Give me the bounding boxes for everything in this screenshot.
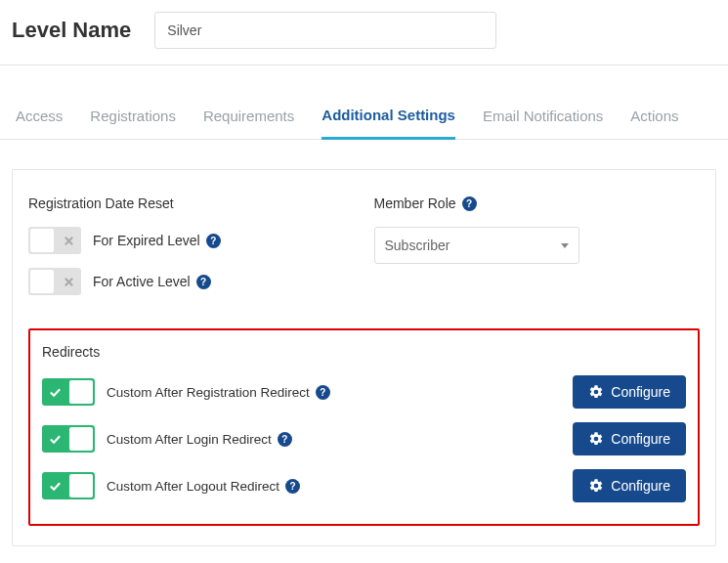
level-name-header: Level Name	[0, 0, 728, 65]
check-icon	[42, 433, 67, 446]
tab-email-notifications[interactable]: Email Notifications	[483, 96, 603, 138]
check-icon	[42, 386, 67, 399]
redirects-title: Redirects	[42, 344, 686, 360]
x-icon	[56, 236, 81, 246]
gear-icon	[588, 431, 604, 447]
redirect-after-registration-label: Custom After Registration Redirect	[107, 385, 310, 400]
help-icon[interactable]: ?	[278, 432, 292, 447]
tab-additional-settings[interactable]: Additional Settings	[321, 95, 455, 140]
redirect-after-logout-label: Custom After Logout Redirect	[107, 479, 279, 494]
toggle-after-login-redirect[interactable]	[42, 425, 95, 453]
level-name-label: Level Name	[12, 18, 131, 43]
toggle-after-logout-redirect[interactable]	[42, 472, 95, 499]
tab-registrations[interactable]: Registrations	[90, 96, 176, 138]
toggle-expired-level[interactable]	[28, 227, 81, 254]
level-name-input[interactable]	[154, 12, 496, 49]
help-icon[interactable]: ?	[206, 234, 221, 248]
toggle-after-registration-redirect[interactable]	[42, 378, 95, 406]
member-role-title: Member Role	[374, 195, 456, 211]
registration-date-reset-title: Registration Date Reset	[28, 195, 355, 211]
help-icon[interactable]: ?	[285, 479, 300, 494]
configure-after-registration-button[interactable]: Configure	[573, 375, 686, 409]
member-role-dropdown[interactable]: Subscriber	[374, 227, 579, 264]
tabs-nav: Access Registrations Requirements Additi…	[0, 95, 728, 140]
chevron-down-icon	[561, 243, 569, 248]
tab-access[interactable]: Access	[16, 96, 63, 138]
configure-button-label: Configure	[611, 431, 670, 447]
configure-button-label: Configure	[611, 384, 670, 400]
registration-date-reset-section: Registration Date Reset For Expired Leve…	[28, 195, 355, 309]
help-icon[interactable]: ?	[196, 275, 211, 289]
gear-icon	[588, 384, 604, 400]
toggle-active-level-label: For Active Level	[93, 274, 191, 289]
footer: Return to Levels	[0, 546, 728, 563]
tab-requirements[interactable]: Requirements	[203, 96, 294, 138]
toggle-expired-level-label: For Expired Level	[93, 233, 200, 248]
check-icon	[42, 480, 67, 493]
gear-icon	[588, 478, 604, 494]
redirect-after-login-label: Custom After Login Redirect	[107, 432, 272, 447]
settings-panel: Registration Date Reset For Expired Leve…	[12, 169, 716, 546]
member-role-section: Member Role ? Subscriber	[374, 195, 701, 309]
help-icon[interactable]: ?	[316, 385, 330, 400]
x-icon	[56, 277, 81, 287]
tab-actions[interactable]: Actions	[630, 96, 678, 138]
redirects-section: Redirects Custom After Registration Redi…	[28, 328, 700, 526]
member-role-selected: Subscriber	[385, 238, 450, 253]
configure-button-label: Configure	[611, 478, 670, 494]
help-icon[interactable]: ?	[462, 196, 477, 211]
configure-after-login-button[interactable]: Configure	[573, 422, 686, 455]
configure-after-logout-button[interactable]: Configure	[573, 469, 686, 502]
toggle-active-level[interactable]	[28, 268, 81, 295]
